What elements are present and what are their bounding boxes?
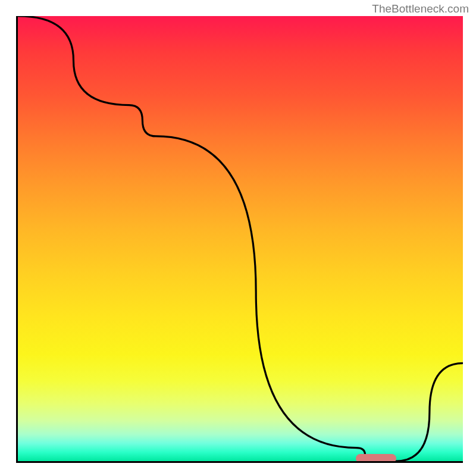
optimum-marker	[356, 454, 396, 463]
chart-plot-area	[16, 16, 463, 463]
chart-line-series	[18, 16, 463, 461]
watermark-text: TheBottleneck.com	[372, 2, 469, 15]
